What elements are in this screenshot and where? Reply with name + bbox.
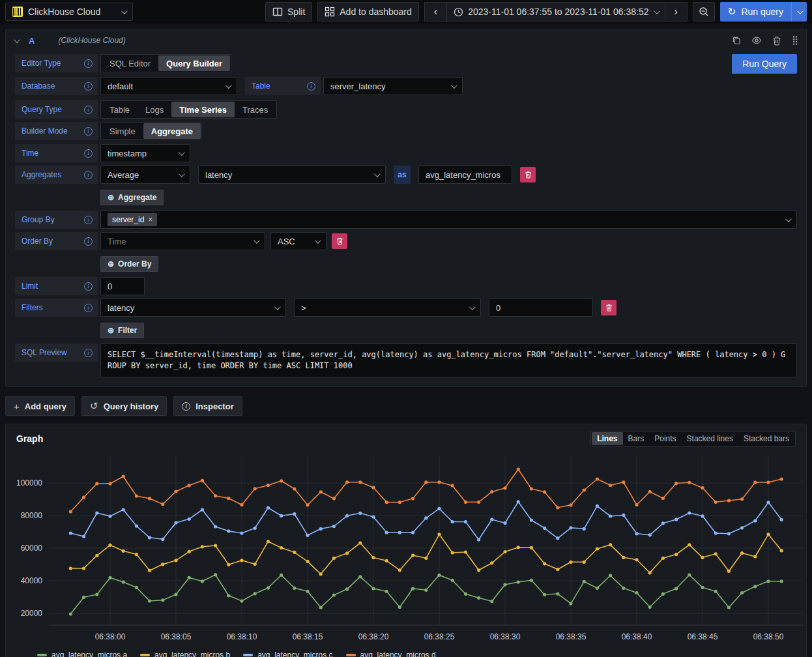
info-icon[interactable]: i bbox=[84, 149, 93, 158]
aggregate-alias-input[interactable] bbox=[418, 166, 512, 184]
builder-mode-toggle: Simple Aggregate bbox=[100, 122, 202, 140]
remove-filter-button[interactable] bbox=[601, 300, 616, 315]
order-by-field-select[interactable]: Time bbox=[100, 232, 265, 250]
toggle-visibility-button[interactable] bbox=[751, 35, 762, 46]
delete-query-button[interactable] bbox=[772, 36, 781, 46]
datasource-picker[interactable]: ClickHouse Cloud bbox=[5, 3, 133, 21]
order-by-label: Order By bbox=[22, 237, 53, 246]
info-icon[interactable]: i bbox=[84, 106, 93, 114]
info-icon[interactable]: i bbox=[84, 171, 93, 179]
svg-text:06:38:40: 06:38:40 bbox=[622, 632, 652, 641]
svg-text:06:38:15: 06:38:15 bbox=[293, 632, 323, 641]
database-select[interactable]: default bbox=[100, 77, 237, 95]
svg-text:06:38:50: 06:38:50 bbox=[753, 632, 784, 641]
time-label: Time bbox=[22, 149, 38, 158]
info-icon[interactable]: i bbox=[84, 237, 93, 246]
graph-title: Graph bbox=[16, 433, 43, 444]
filter-operator-value: > bbox=[301, 303, 469, 313]
remove-aggregate-button[interactable] bbox=[520, 167, 536, 182]
sql-preview-text: SELECT $__timeInterval(timestamp) as tim… bbox=[100, 343, 797, 377]
refresh-icon: ↻ bbox=[728, 6, 736, 18]
query-ref-letter[interactable]: A bbox=[29, 36, 35, 46]
remove-chip-icon[interactable]: × bbox=[148, 215, 152, 224]
info-icon[interactable]: i bbox=[84, 304, 93, 312]
query-type-option-traces[interactable]: Traces bbox=[235, 102, 276, 117]
limit-label: Limit bbox=[22, 282, 38, 291]
query-type-option-logs[interactable]: Logs bbox=[138, 102, 171, 117]
run-query-dropdown[interactable] bbox=[791, 2, 807, 22]
table-select[interactable]: server_latency bbox=[323, 77, 463, 95]
panel-run-query-button[interactable]: Run Query bbox=[732, 54, 797, 74]
group-by-multiselect[interactable]: server_id × bbox=[100, 211, 797, 229]
svg-text:06:38:20: 06:38:20 bbox=[358, 632, 389, 641]
order-by-direction-select[interactable]: ASC bbox=[270, 232, 326, 250]
graph-mode-stacked-lines[interactable]: Stacked lines bbox=[682, 432, 738, 445]
legend-item[interactable]: avg_latency_micros b bbox=[140, 650, 230, 657]
add-order-by-button[interactable]: ⊕ Order By bbox=[100, 256, 158, 272]
aggregate-column-select[interactable]: latency bbox=[198, 166, 386, 184]
aggregate-column-value: latency bbox=[205, 170, 374, 180]
run-query-split-button: ↻ Run query bbox=[720, 2, 807, 22]
svg-text:20000: 20000 bbox=[21, 609, 43, 618]
filter-value-input[interactable] bbox=[489, 299, 593, 317]
legend-item[interactable]: avg_latency_micros a bbox=[37, 650, 127, 657]
collapse-chevron-icon[interactable] bbox=[14, 36, 20, 43]
info-icon[interactable]: i bbox=[84, 82, 93, 91]
graph-mode-stacked-bars[interactable]: Stacked bars bbox=[738, 432, 794, 445]
builder-mode-option-simple[interactable]: Simple bbox=[102, 123, 143, 139]
chevron-down-icon bbox=[451, 82, 457, 89]
builder-mode-option-aggregate[interactable]: Aggregate bbox=[143, 123, 201, 139]
query-history-label: Query history bbox=[104, 402, 159, 411]
legend-item[interactable]: avg_latency_micros c bbox=[243, 650, 332, 657]
time-shift-forward-button[interactable]: › bbox=[665, 2, 688, 22]
editor-type-label-cell: Editor Type i bbox=[15, 54, 98, 72]
info-icon[interactable]: i bbox=[84, 349, 93, 357]
query-type-toggle: Table Logs Time Series Traces bbox=[100, 100, 277, 119]
editor-type-row: Editor Type i SQL Editor Query Builder R… bbox=[15, 54, 797, 74]
query-editor-card: A (ClickHouse Cloud) Editor Type i SQL E… bbox=[5, 29, 807, 387]
zoom-out-button[interactable] bbox=[693, 2, 715, 22]
editor-type-option-sql-editor[interactable]: SQL Editor bbox=[102, 55, 158, 71]
split-label: Split bbox=[287, 7, 305, 17]
add-aggregate-button[interactable]: ⊕ Aggregate bbox=[100, 190, 164, 205]
graph-mode-points[interactable]: Points bbox=[649, 432, 681, 445]
aggregate-function-select[interactable]: Average bbox=[100, 166, 190, 184]
filter-field-select[interactable]: latency bbox=[100, 299, 286, 317]
chevron-right-icon: › bbox=[672, 6, 680, 18]
legend-item[interactable]: avg_latency_micros d bbox=[346, 650, 436, 657]
filter-operator-select[interactable]: > bbox=[294, 299, 481, 317]
add-filter-button[interactable]: ⊕ Filter bbox=[100, 323, 144, 338]
info-icon[interactable]: i bbox=[84, 216, 93, 224]
query-type-option-table[interactable]: Table bbox=[102, 102, 138, 117]
drag-handle[interactable] bbox=[792, 35, 798, 46]
time-shift-back-button[interactable]: ‹ bbox=[424, 2, 446, 22]
info-icon[interactable]: i bbox=[84, 127, 93, 136]
order-by-row: Order By i Time ASC bbox=[15, 232, 797, 250]
copy-icon bbox=[732, 36, 741, 45]
add-to-dashboard-button[interactable]: Add to dashboard bbox=[317, 2, 419, 22]
add-query-button[interactable]: + Add query bbox=[5, 396, 75, 416]
split-button[interactable]: Split bbox=[265, 2, 312, 22]
timeseries-chart[interactable]: 2000040000600008000010000006:38:0006:38:… bbox=[11, 452, 811, 646]
run-query-button[interactable]: ↻ Run query bbox=[720, 2, 791, 22]
add-filter-label: Filter bbox=[118, 326, 137, 335]
inspector-button[interactable]: i Inspector bbox=[173, 396, 242, 416]
chevron-down-icon bbox=[315, 237, 321, 244]
info-icon[interactable]: i bbox=[84, 282, 93, 291]
info-icon[interactable]: i bbox=[307, 82, 315, 91]
info-icon[interactable]: i bbox=[84, 59, 93, 68]
query-type-option-time-series[interactable]: Time Series bbox=[171, 102, 235, 117]
time-column-select[interactable]: timestamp bbox=[100, 144, 190, 162]
duplicate-query-button[interactable] bbox=[732, 36, 741, 45]
trash-icon bbox=[772, 36, 781, 46]
query-history-button[interactable]: ↺ Query history bbox=[81, 396, 167, 416]
limit-input[interactable] bbox=[100, 277, 145, 295]
editor-type-option-query-builder[interactable]: Query Builder bbox=[158, 55, 230, 71]
query-actions: + Add query ↺ Query history i Inspector bbox=[5, 396, 807, 416]
time-range-picker[interactable]: 2023-11-01 06:37:55 to 2023-11-01 06:38:… bbox=[446, 2, 664, 22]
remove-order-by-button[interactable] bbox=[332, 233, 347, 249]
graph-mode-lines[interactable]: Lines bbox=[592, 432, 622, 445]
split-icon bbox=[272, 7, 283, 17]
graph-mode-bars[interactable]: Bars bbox=[623, 432, 650, 445]
filters-row: Filters i latency > bbox=[15, 299, 797, 317]
